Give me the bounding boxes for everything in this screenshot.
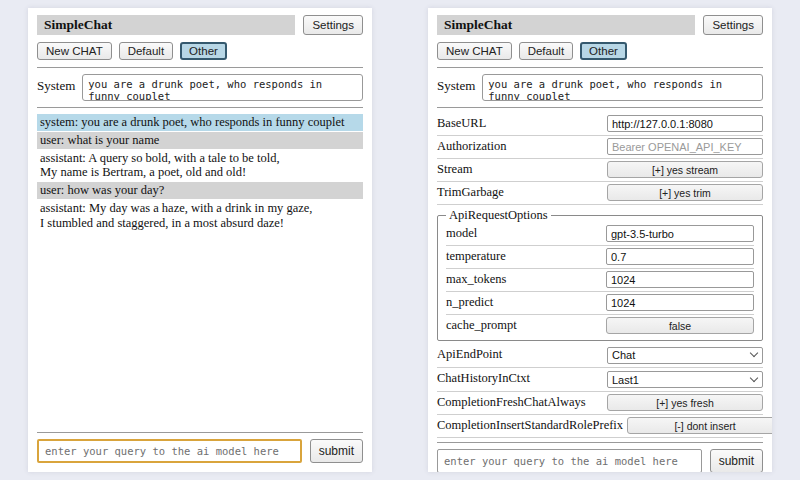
chat-panel: SimpleChat Settings New CHAT Default Oth… xyxy=(28,8,372,472)
authorization-label: Authorization xyxy=(437,139,603,154)
setting-row-api-endpoint: ApiEndPoint Chat xyxy=(437,343,763,368)
header: SimpleChat Settings xyxy=(437,15,763,35)
app-title: SimpleChat xyxy=(444,17,512,33)
header: SimpleChat Settings xyxy=(37,15,363,35)
chat-history-in-ctxt-label: ChatHistoryInCtxt xyxy=(437,371,603,386)
cache-prompt-toggle-button[interactable]: false xyxy=(606,317,754,334)
setting-row-authorization: Authorization xyxy=(437,136,763,159)
setting-row-n-predict: n_predict xyxy=(446,292,754,315)
completion-insert-standard-role-prefix-label: CompletionInsertStandardRolePrefix xyxy=(437,418,623,433)
completion-fresh-chat-always-toggle-button[interactable]: [+] yes fresh xyxy=(607,394,763,411)
message-system: system: you are a drunk poet, who respon… xyxy=(37,114,363,131)
divider xyxy=(437,67,763,68)
message-assistant: assistant: My day was a haze, with a dri… xyxy=(37,200,363,232)
setting-row-max-tokens: max_tokens xyxy=(446,269,754,292)
divider xyxy=(437,442,763,443)
setting-row-cache-prompt: cache_prompt false xyxy=(446,315,754,337)
session-toolbar: New CHAT Default Other xyxy=(37,42,363,60)
base-url-label: BaseURL xyxy=(437,116,603,131)
system-prompt-row: System you are a drunk poet, who respond… xyxy=(437,74,763,101)
submit-button[interactable]: submit xyxy=(710,449,763,472)
query-bar: submit xyxy=(437,438,763,472)
query-input[interactable] xyxy=(437,449,702,472)
setting-row-completion-insert-standard-role-prefix: CompletionInsertStandardRolePrefix [-] d… xyxy=(437,415,763,438)
settings-button[interactable]: Settings xyxy=(703,15,763,35)
system-prompt-input[interactable]: you are a drunk poet, who responds in fu… xyxy=(82,74,363,101)
n-predict-input[interactable] xyxy=(606,294,754,311)
new-chat-button[interactable]: New CHAT xyxy=(437,42,512,60)
model-label: model xyxy=(446,226,602,241)
setting-row-base-url: BaseURL xyxy=(437,113,763,136)
setting-row-chat-history-in-ctxt: ChatHistoryInCtxt Last1 xyxy=(437,368,763,393)
app-title-bar: SimpleChat xyxy=(437,15,695,35)
max-tokens-input[interactable] xyxy=(606,271,754,288)
system-prompt-label: System xyxy=(37,74,75,94)
query-input[interactable] xyxy=(37,439,302,463)
setting-row-stream: Stream [+] yes stream xyxy=(437,159,763,182)
divider xyxy=(37,107,363,108)
cache-prompt-label: cache_prompt xyxy=(446,318,602,333)
system-prompt-input[interactable]: you are a drunk poet, who responds in fu… xyxy=(482,74,763,101)
completion-insert-standard-role-prefix-toggle-button[interactable]: [-] dont insert xyxy=(627,417,772,434)
api-endpoint-select[interactable]: Chat xyxy=(607,347,763,364)
submit-button[interactable]: submit xyxy=(310,439,363,463)
trim-garbage-toggle-button[interactable]: [+] yes trim xyxy=(607,184,763,201)
session-tab-default[interactable]: Default xyxy=(519,42,573,60)
system-prompt-row: System you are a drunk poet, who respond… xyxy=(37,74,363,101)
session-tab-other[interactable]: Other xyxy=(580,42,627,60)
session-tab-other[interactable]: Other xyxy=(180,42,227,60)
api-request-options-fieldset: ApiRequestOptions model temperature max_… xyxy=(437,208,763,341)
setting-row-model: model xyxy=(446,223,754,246)
chat-messages: system: you are a drunk poet, who respon… xyxy=(37,114,363,232)
completion-fresh-chat-always-label: CompletionFreshChatAlways xyxy=(437,395,603,410)
settings-button[interactable]: Settings xyxy=(303,15,363,35)
app-title: SimpleChat xyxy=(44,17,112,33)
api-endpoint-label: ApiEndPoint xyxy=(437,347,603,362)
message-assistant: assistant: A query so bold, with a tale … xyxy=(37,150,363,182)
max-tokens-label: max_tokens xyxy=(446,272,602,287)
setting-row-trim-garbage: TrimGarbage [+] yes trim xyxy=(437,182,763,205)
temperature-label: temperature xyxy=(446,249,602,264)
message-user: user: how was your day? xyxy=(37,182,363,199)
app-title-bar: SimpleChat xyxy=(37,15,295,35)
stream-label: Stream xyxy=(437,162,603,177)
divider xyxy=(437,107,763,108)
session-tab-default[interactable]: Default xyxy=(119,42,173,60)
chat-history-in-ctxt-select[interactable]: Last1 xyxy=(607,371,763,388)
new-chat-button[interactable]: New CHAT xyxy=(37,42,112,60)
base-url-input[interactable] xyxy=(607,115,763,132)
divider xyxy=(37,432,363,433)
trim-garbage-label: TrimGarbage xyxy=(437,185,603,200)
divider xyxy=(37,67,363,68)
settings-list: BaseURL Authorization Stream [+] yes str… xyxy=(437,113,763,438)
setting-row-completion-fresh-chat-always: CompletionFreshChatAlways [+] yes fresh xyxy=(437,392,763,415)
session-toolbar: New CHAT Default Other xyxy=(437,42,763,60)
api-endpoint-select-wrap: Chat xyxy=(607,345,763,364)
system-prompt-label: System xyxy=(437,74,475,94)
authorization-input[interactable] xyxy=(607,138,763,155)
setting-row-temperature: temperature xyxy=(446,246,754,269)
chat-history-select-wrap: Last1 xyxy=(607,370,763,389)
message-user: user: what is your name xyxy=(37,132,363,149)
query-bar: submit xyxy=(37,428,363,465)
api-request-options-legend: ApiRequestOptions xyxy=(446,208,551,223)
n-predict-label: n_predict xyxy=(446,295,602,310)
settings-panel: SimpleChat Settings New CHAT Default Oth… xyxy=(428,8,772,472)
model-input[interactable] xyxy=(606,225,754,242)
temperature-input[interactable] xyxy=(606,248,754,265)
stream-toggle-button[interactable]: [+] yes stream xyxy=(607,161,763,178)
